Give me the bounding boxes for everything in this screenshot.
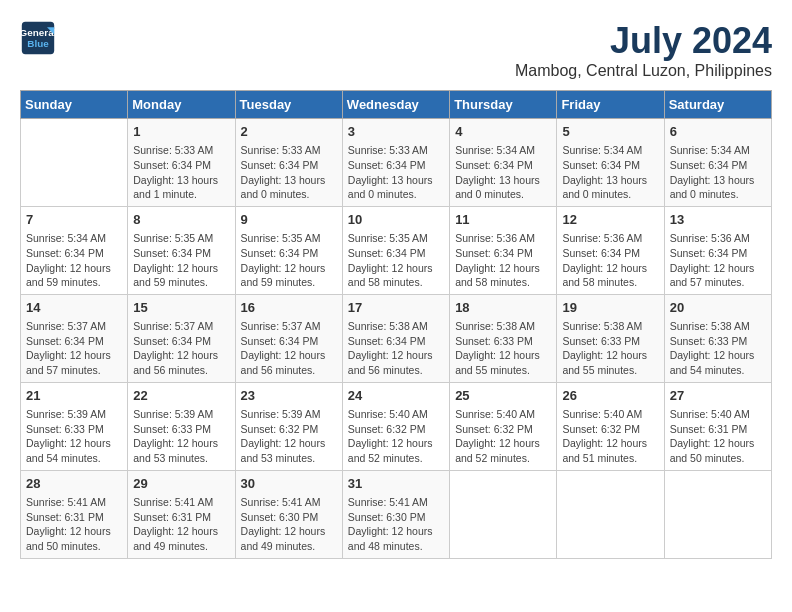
day-number: 19 (562, 299, 658, 317)
day-number: 13 (670, 211, 766, 229)
col-header-friday: Friday (557, 91, 664, 119)
day-number: 10 (348, 211, 444, 229)
day-number: 2 (241, 123, 337, 141)
day-number: 24 (348, 387, 444, 405)
calendar-cell: 13Sunrise: 5:36 AM Sunset: 6:34 PM Dayli… (664, 206, 771, 294)
day-detail: Sunrise: 5:33 AM Sunset: 6:34 PM Dayligh… (348, 143, 444, 202)
day-number: 5 (562, 123, 658, 141)
day-detail: Sunrise: 5:40 AM Sunset: 6:32 PM Dayligh… (562, 407, 658, 466)
day-detail: Sunrise: 5:35 AM Sunset: 6:34 PM Dayligh… (133, 231, 229, 290)
day-number: 25 (455, 387, 551, 405)
day-number: 23 (241, 387, 337, 405)
calendar-cell: 24Sunrise: 5:40 AM Sunset: 6:32 PM Dayli… (342, 382, 449, 470)
day-number: 22 (133, 387, 229, 405)
calendar-cell (21, 119, 128, 207)
day-number: 21 (26, 387, 122, 405)
day-detail: Sunrise: 5:39 AM Sunset: 6:33 PM Dayligh… (26, 407, 122, 466)
col-header-sunday: Sunday (21, 91, 128, 119)
day-number: 7 (26, 211, 122, 229)
calendar-cell: 20Sunrise: 5:38 AM Sunset: 6:33 PM Dayli… (664, 294, 771, 382)
calendar-cell: 11Sunrise: 5:36 AM Sunset: 6:34 PM Dayli… (450, 206, 557, 294)
calendar-cell: 16Sunrise: 5:37 AM Sunset: 6:34 PM Dayli… (235, 294, 342, 382)
day-detail: Sunrise: 5:36 AM Sunset: 6:34 PM Dayligh… (455, 231, 551, 290)
day-number: 16 (241, 299, 337, 317)
calendar-week-row: 21Sunrise: 5:39 AM Sunset: 6:33 PM Dayli… (21, 382, 772, 470)
day-detail: Sunrise: 5:40 AM Sunset: 6:32 PM Dayligh… (455, 407, 551, 466)
day-number: 29 (133, 475, 229, 493)
calendar-cell (664, 470, 771, 558)
page-header: General Blue July 2024 Mambog, Central L… (20, 20, 772, 80)
day-number: 18 (455, 299, 551, 317)
day-number: 11 (455, 211, 551, 229)
day-detail: Sunrise: 5:36 AM Sunset: 6:34 PM Dayligh… (670, 231, 766, 290)
calendar-cell: 10Sunrise: 5:35 AM Sunset: 6:34 PM Dayli… (342, 206, 449, 294)
day-number: 12 (562, 211, 658, 229)
day-detail: Sunrise: 5:34 AM Sunset: 6:34 PM Dayligh… (562, 143, 658, 202)
calendar-cell: 14Sunrise: 5:37 AM Sunset: 6:34 PM Dayli… (21, 294, 128, 382)
day-detail: Sunrise: 5:33 AM Sunset: 6:34 PM Dayligh… (133, 143, 229, 202)
calendar-cell: 29Sunrise: 5:41 AM Sunset: 6:31 PM Dayli… (128, 470, 235, 558)
calendar-week-row: 28Sunrise: 5:41 AM Sunset: 6:31 PM Dayli… (21, 470, 772, 558)
calendar-cell: 28Sunrise: 5:41 AM Sunset: 6:31 PM Dayli… (21, 470, 128, 558)
day-number: 8 (133, 211, 229, 229)
day-number: 27 (670, 387, 766, 405)
day-number: 14 (26, 299, 122, 317)
calendar-header-row: SundayMondayTuesdayWednesdayThursdayFrid… (21, 91, 772, 119)
day-number: 20 (670, 299, 766, 317)
calendar-cell: 21Sunrise: 5:39 AM Sunset: 6:33 PM Dayli… (21, 382, 128, 470)
calendar-cell: 6Sunrise: 5:34 AM Sunset: 6:34 PM Daylig… (664, 119, 771, 207)
day-number: 1 (133, 123, 229, 141)
title-block: July 2024 Mambog, Central Luzon, Philipp… (515, 20, 772, 80)
calendar-cell: 5Sunrise: 5:34 AM Sunset: 6:34 PM Daylig… (557, 119, 664, 207)
day-number: 28 (26, 475, 122, 493)
day-detail: Sunrise: 5:34 AM Sunset: 6:34 PM Dayligh… (26, 231, 122, 290)
calendar-cell: 19Sunrise: 5:38 AM Sunset: 6:33 PM Dayli… (557, 294, 664, 382)
col-header-tuesday: Tuesday (235, 91, 342, 119)
calendar-cell: 7Sunrise: 5:34 AM Sunset: 6:34 PM Daylig… (21, 206, 128, 294)
calendar-week-row: 14Sunrise: 5:37 AM Sunset: 6:34 PM Dayli… (21, 294, 772, 382)
day-detail: Sunrise: 5:36 AM Sunset: 6:34 PM Dayligh… (562, 231, 658, 290)
month-year-title: July 2024 (515, 20, 772, 62)
day-number: 17 (348, 299, 444, 317)
day-detail: Sunrise: 5:39 AM Sunset: 6:33 PM Dayligh… (133, 407, 229, 466)
calendar-cell: 8Sunrise: 5:35 AM Sunset: 6:34 PM Daylig… (128, 206, 235, 294)
col-header-monday: Monday (128, 91, 235, 119)
calendar-cell: 2Sunrise: 5:33 AM Sunset: 6:34 PM Daylig… (235, 119, 342, 207)
col-header-thursday: Thursday (450, 91, 557, 119)
day-detail: Sunrise: 5:40 AM Sunset: 6:31 PM Dayligh… (670, 407, 766, 466)
logo-icon: General Blue (20, 20, 56, 56)
day-detail: Sunrise: 5:34 AM Sunset: 6:34 PM Dayligh… (455, 143, 551, 202)
day-detail: Sunrise: 5:40 AM Sunset: 6:32 PM Dayligh… (348, 407, 444, 466)
calendar-cell: 17Sunrise: 5:38 AM Sunset: 6:34 PM Dayli… (342, 294, 449, 382)
calendar-cell: 12Sunrise: 5:36 AM Sunset: 6:34 PM Dayli… (557, 206, 664, 294)
logo: General Blue (20, 20, 56, 56)
calendar-cell: 25Sunrise: 5:40 AM Sunset: 6:32 PM Dayli… (450, 382, 557, 470)
day-detail: Sunrise: 5:38 AM Sunset: 6:33 PM Dayligh… (455, 319, 551, 378)
day-detail: Sunrise: 5:37 AM Sunset: 6:34 PM Dayligh… (26, 319, 122, 378)
calendar-cell: 31Sunrise: 5:41 AM Sunset: 6:30 PM Dayli… (342, 470, 449, 558)
calendar-cell: 3Sunrise: 5:33 AM Sunset: 6:34 PM Daylig… (342, 119, 449, 207)
calendar-cell: 22Sunrise: 5:39 AM Sunset: 6:33 PM Dayli… (128, 382, 235, 470)
calendar-cell (557, 470, 664, 558)
col-header-saturday: Saturday (664, 91, 771, 119)
day-detail: Sunrise: 5:39 AM Sunset: 6:32 PM Dayligh… (241, 407, 337, 466)
calendar-cell: 26Sunrise: 5:40 AM Sunset: 6:32 PM Dayli… (557, 382, 664, 470)
day-number: 31 (348, 475, 444, 493)
day-detail: Sunrise: 5:35 AM Sunset: 6:34 PM Dayligh… (241, 231, 337, 290)
day-detail: Sunrise: 5:38 AM Sunset: 6:34 PM Dayligh… (348, 319, 444, 378)
day-number: 4 (455, 123, 551, 141)
calendar-cell: 15Sunrise: 5:37 AM Sunset: 6:34 PM Dayli… (128, 294, 235, 382)
day-detail: Sunrise: 5:33 AM Sunset: 6:34 PM Dayligh… (241, 143, 337, 202)
col-header-wednesday: Wednesday (342, 91, 449, 119)
day-number: 9 (241, 211, 337, 229)
calendar-cell: 1Sunrise: 5:33 AM Sunset: 6:34 PM Daylig… (128, 119, 235, 207)
day-detail: Sunrise: 5:35 AM Sunset: 6:34 PM Dayligh… (348, 231, 444, 290)
calendar-cell: 4Sunrise: 5:34 AM Sunset: 6:34 PM Daylig… (450, 119, 557, 207)
day-detail: Sunrise: 5:41 AM Sunset: 6:31 PM Dayligh… (26, 495, 122, 554)
day-detail: Sunrise: 5:37 AM Sunset: 6:34 PM Dayligh… (133, 319, 229, 378)
calendar-week-row: 1Sunrise: 5:33 AM Sunset: 6:34 PM Daylig… (21, 119, 772, 207)
calendar-cell: 18Sunrise: 5:38 AM Sunset: 6:33 PM Dayli… (450, 294, 557, 382)
calendar-table: SundayMondayTuesdayWednesdayThursdayFrid… (20, 90, 772, 559)
day-detail: Sunrise: 5:41 AM Sunset: 6:31 PM Dayligh… (133, 495, 229, 554)
location-subtitle: Mambog, Central Luzon, Philippines (515, 62, 772, 80)
